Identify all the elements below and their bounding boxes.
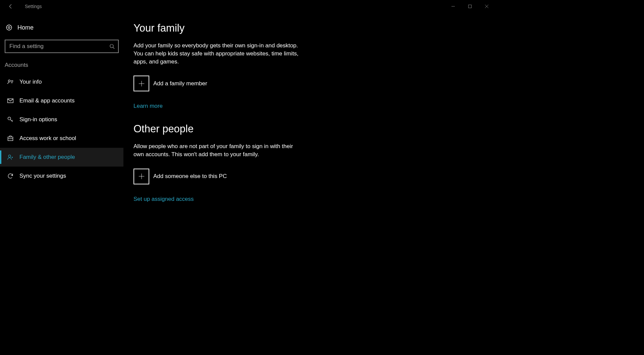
svg-line-5 bbox=[113, 47, 114, 49]
sidebar-item-label: Sign-in options bbox=[19, 116, 57, 123]
key-icon bbox=[7, 116, 14, 123]
add-someone-else-label: Add someone else to this PC bbox=[153, 173, 227, 180]
svg-point-3 bbox=[6, 25, 12, 30]
sidebar-item-email-accounts[interactable]: Email & app accounts bbox=[0, 91, 123, 110]
your-family-heading: Your family bbox=[133, 22, 485, 34]
gear-icon bbox=[5, 24, 13, 31]
sidebar-item-label: Email & app accounts bbox=[19, 97, 74, 104]
minimize-button[interactable] bbox=[445, 0, 462, 12]
sidebar-item-label: Family & other people bbox=[19, 154, 75, 161]
search-icon bbox=[109, 44, 115, 49]
content-area: Your family Add your family so everybody… bbox=[123, 13, 495, 272]
add-family-member-label: Add a family member bbox=[153, 80, 207, 87]
home-button[interactable]: Home bbox=[0, 20, 123, 35]
search-box[interactable] bbox=[5, 40, 119, 53]
add-family-member-button[interactable]: Add a family member bbox=[133, 76, 485, 91]
other-people-description: Allow people who are not part of your fa… bbox=[133, 142, 305, 159]
svg-point-11 bbox=[8, 117, 11, 120]
plus-icon bbox=[133, 169, 149, 184]
add-someone-else-button[interactable]: Add someone else to this PC bbox=[133, 169, 485, 184]
person-card-icon bbox=[7, 79, 14, 85]
maximize-button[interactable] bbox=[462, 0, 478, 12]
sidebar-item-label: Sync your settings bbox=[19, 173, 66, 179]
sidebar-item-your-info[interactable]: Your info bbox=[0, 73, 123, 91]
sidebar: Home Accounts Your bbox=[0, 13, 123, 272]
briefcase-icon bbox=[7, 135, 14, 142]
learn-more-link[interactable]: Learn more bbox=[133, 103, 163, 109]
home-label: Home bbox=[17, 24, 34, 31]
sidebar-item-access-work-school[interactable]: Access work or school bbox=[0, 129, 123, 148]
sidebar-item-signin-options[interactable]: Sign-in options bbox=[0, 110, 123, 129]
assigned-access-link[interactable]: Set up assigned access bbox=[133, 196, 194, 203]
sidebar-group-label: Accounts bbox=[0, 62, 123, 69]
close-button[interactable] bbox=[478, 0, 495, 12]
plus-icon bbox=[133, 76, 149, 91]
svg-point-4 bbox=[110, 44, 113, 48]
sidebar-item-sync-settings[interactable]: Sync your settings bbox=[0, 167, 123, 185]
window-title: Settings bbox=[25, 4, 42, 9]
email-icon bbox=[7, 97, 14, 104]
titlebar: Settings bbox=[0, 0, 495, 13]
svg-rect-1 bbox=[469, 5, 472, 8]
sidebar-item-label: Your info bbox=[19, 79, 42, 85]
people-icon bbox=[7, 154, 14, 161]
svg-point-2 bbox=[8, 27, 10, 29]
svg-point-6 bbox=[8, 80, 10, 82]
sidebar-item-label: Access work or school bbox=[19, 135, 76, 142]
search-input[interactable] bbox=[5, 40, 119, 53]
svg-point-13 bbox=[8, 155, 11, 157]
back-button[interactable] bbox=[5, 0, 17, 12]
other-people-heading: Other people bbox=[133, 123, 485, 135]
sync-icon bbox=[7, 173, 14, 179]
sidebar-item-family-other-people[interactable]: Family & other people bbox=[0, 148, 123, 167]
your-family-description: Add your family so everybody gets their … bbox=[133, 42, 305, 65]
